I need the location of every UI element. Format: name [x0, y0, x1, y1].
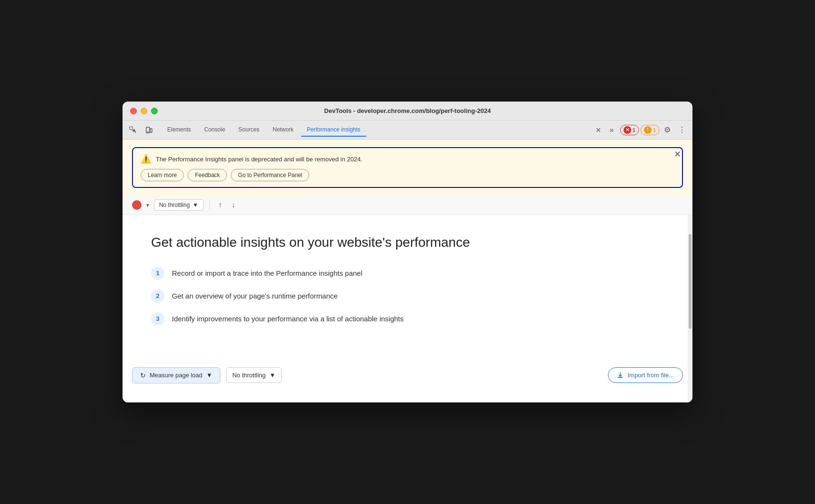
step-text-1: Record or import a trace into the Perfor…: [172, 269, 362, 277]
tab-network[interactable]: Network: [267, 123, 299, 137]
feedback-button[interactable]: Feedback: [188, 169, 227, 181]
measure-page-load-button[interactable]: ↻ Measure page load ▼: [132, 367, 220, 383]
import-from-file-button[interactable]: Import from file...: [608, 367, 683, 383]
error-badge[interactable]: ✕ 1: [620, 125, 639, 135]
svg-rect-0: [130, 127, 133, 130]
content-area: Get actionable insights on your website'…: [123, 215, 692, 367]
throttling-chevron-icon: ▼: [193, 202, 199, 208]
step-text-2: Get an overview of your page's runtime p…: [172, 292, 338, 300]
tab-elements[interactable]: Elements: [161, 123, 197, 137]
throttling-label: No throttling: [159, 202, 190, 208]
tab-performance-insights[interactable]: Performance insights: [301, 123, 366, 137]
record-chevron-icon[interactable]: ▼: [145, 203, 150, 208]
measure-chevron-icon: ▼: [206, 372, 212, 379]
main-panel: ⚠️ The Performance Insights panel is dep…: [123, 140, 692, 402]
settings-icon[interactable]: ⚙: [661, 123, 673, 136]
tab-end-icons: ✕ » ✕ 1 ! 1 ⚙ ⋮: [594, 123, 689, 137]
toolbar-icons: [126, 123, 156, 137]
deprecation-banner: ⚠️ The Performance Insights panel is dep…: [123, 140, 692, 196]
step-number-2: 2: [151, 289, 164, 303]
measure-label: Measure page load: [150, 372, 202, 379]
error-count: 1: [633, 127, 635, 133]
banner-text: The Performance Insights panel is deprec…: [156, 156, 362, 163]
import-label: Import from file...: [627, 372, 674, 379]
more-tabs-icon[interactable]: »: [605, 123, 618, 137]
panel-close-icon[interactable]: ✕: [594, 124, 603, 136]
traffic-lights: [130, 108, 158, 114]
throttling-bottom-chevron-icon: ▼: [269, 372, 275, 379]
throttling-select[interactable]: No throttling ▼: [154, 199, 204, 211]
steps-list: 1 Record or import a trace into the Perf…: [151, 267, 664, 326]
action-bar: ↻ Measure page load ▼ No throttling ▼ Im…: [123, 367, 692, 402]
warning-icon: !: [644, 126, 652, 134]
banner-buttons: Learn more Feedback Go to Performance Pa…: [141, 169, 674, 181]
record-button[interactable]: [132, 200, 142, 210]
throttling-select-bottom[interactable]: No throttling ▼: [226, 367, 282, 383]
scrollbar-track[interactable]: [688, 215, 692, 402]
more-options-icon[interactable]: ⋮: [675, 123, 689, 136]
step-item-3: 3 Identify improvements to your performa…: [151, 312, 664, 326]
toolbar: ▼ No throttling ▼ ↑ ↓: [123, 196, 692, 215]
step-item-2: 2 Get an overview of your page's runtime…: [151, 289, 664, 303]
toolbar-divider: [209, 200, 210, 210]
svg-rect-4: [618, 377, 623, 378]
banner-message: ⚠️ The Performance Insights panel is dep…: [141, 154, 674, 164]
step-text-3: Identify improvements to your performanc…: [172, 315, 404, 323]
page-heading: Get actionable insights on your website'…: [151, 234, 664, 251]
maximize-traffic-light[interactable]: [151, 108, 158, 114]
learn-more-button[interactable]: Learn more: [141, 169, 184, 181]
upload-icon[interactable]: ↑: [216, 200, 225, 210]
tab-sources[interactable]: Sources: [233, 123, 265, 137]
close-banner-button[interactable]: ✕: [672, 147, 683, 161]
error-icon: ✕: [624, 126, 631, 134]
import-icon: [617, 372, 624, 379]
step-number-1: 1: [151, 267, 164, 280]
window-title: DevTools - developer.chrome.com/blog/per…: [324, 107, 491, 114]
content-wrapper: Get actionable insights on your website'…: [123, 215, 692, 402]
banner-inner: ⚠️ The Performance Insights panel is dep…: [132, 147, 683, 188]
devtools-window: DevTools - developer.chrome.com/blog/per…: [123, 102, 692, 402]
download-icon[interactable]: ↓: [229, 200, 238, 210]
tab-bar: Elements Console Sources Network Perform…: [123, 121, 692, 140]
go-to-performance-panel-button[interactable]: Go to Performance Panel: [231, 169, 309, 181]
device-icon[interactable]: [142, 123, 156, 137]
warning-badge[interactable]: ! 1: [641, 125, 659, 135]
scrollbar-thumb[interactable]: [689, 234, 692, 329]
inspect-icon[interactable]: [126, 123, 140, 137]
banner-warning-icon: ⚠️: [141, 154, 151, 164]
svg-rect-2: [150, 129, 152, 132]
title-bar: DevTools - developer.chrome.com/blog/per…: [123, 102, 692, 121]
minimize-traffic-light[interactable]: [141, 108, 147, 114]
throttling-bottom-label: No throttling: [232, 372, 265, 379]
warning-count: 1: [653, 127, 656, 133]
close-traffic-light[interactable]: [130, 108, 137, 114]
tab-console[interactable]: Console: [199, 123, 231, 137]
reload-icon: ↻: [140, 372, 146, 379]
step-number-3: 3: [151, 312, 164, 326]
step-item-1: 1 Record or import a trace into the Perf…: [151, 267, 664, 280]
